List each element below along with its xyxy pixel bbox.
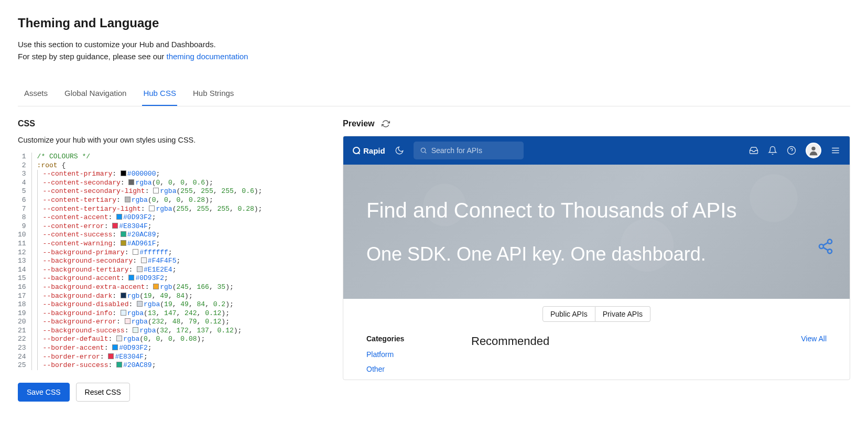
menu-icon[interactable] (831, 146, 840, 155)
theming-doc-link[interactable]: theming documentation (167, 52, 248, 61)
code-line[interactable]: --content-success: #20AC89; (37, 231, 263, 240)
css-section-desc: Customize your hub with your own styles … (18, 136, 322, 144)
preview-logo[interactable]: Rapid (353, 146, 385, 155)
code-line[interactable]: --background-primary: #ffffff; (37, 248, 263, 257)
code-line[interactable]: --content-primary: #000000; (37, 170, 263, 179)
svg-point-7 (819, 244, 823, 248)
code-line[interactable]: --border-error: #E8304F; (37, 353, 263, 362)
preview-title: Preview (343, 119, 374, 128)
svg-point-1 (788, 147, 796, 155)
css-code-editor[interactable]: 1234567891011121314151617181920212223242… (18, 153, 322, 370)
category-link-platform[interactable]: Platform (366, 350, 450, 359)
search-placeholder: Search for APIs (431, 146, 482, 155)
hero-title: Find and Connect to Thousands of APIs (366, 199, 827, 222)
code-line[interactable]: --background-secondary: #F4F4F5; (37, 257, 263, 266)
share-icon[interactable] (817, 238, 834, 255)
code-line[interactable]: --background-dark: rgb(19, 49, 84); (37, 292, 263, 301)
code-line[interactable]: --content-warning: #AD961F; (37, 240, 263, 248)
code-line[interactable]: --background-extra-accent: rgb(245, 166,… (37, 283, 263, 292)
help-icon[interactable] (787, 146, 796, 155)
preview-api-tabs: Public APIsPrivate APIs (343, 299, 850, 329)
preview-search-input[interactable]: Search for APIs (414, 142, 524, 159)
tab-hub-strings[interactable]: Hub Strings (192, 83, 235, 106)
preview-hero: Find and Connect to Thousands of APIs On… (343, 165, 850, 299)
desc-line-1: Use this section to customize your Hub a… (18, 39, 850, 51)
page-title: Theming and Language (18, 16, 850, 30)
category-link-other[interactable]: Other (366, 365, 450, 373)
avatar[interactable] (806, 143, 821, 158)
view-all-link[interactable]: View All (801, 334, 827, 343)
svg-line-10 (823, 243, 828, 245)
reset-css-button[interactable]: Reset CSS (76, 383, 130, 402)
preview-frame: Rapid Search for APIs (343, 136, 850, 380)
code-line[interactable]: :root { (37, 161, 263, 170)
search-glyph-icon (353, 147, 360, 154)
code-line[interactable]: --content-secondary-light: rgba(255, 255… (37, 187, 263, 196)
code-line[interactable]: --content-error: #E8304F; (37, 222, 263, 231)
code-line[interactable]: --background-disabled: rgba(19, 49, 84, … (37, 300, 263, 309)
api-tab-public-apis[interactable]: Public APIs (542, 306, 595, 322)
page-description: Use this section to customize your Hub a… (18, 39, 850, 62)
code-line[interactable]: --border-accent: #0D93F2; (37, 344, 263, 353)
tabs: AssetsGlobal NavigationHub CSSHub String… (18, 83, 850, 106)
code-line[interactable]: /* COLOURS */ (37, 153, 263, 161)
recommended-heading: Recommended (471, 334, 549, 348)
css-section-title: CSS (18, 119, 322, 128)
svg-point-0 (421, 148, 425, 152)
code-line[interactable]: --border-default: rgba(0, 0, 0, 0.08); (37, 335, 263, 344)
categories-heading: Categories (366, 334, 450, 343)
tab-global-navigation[interactable]: Global Navigation (63, 83, 127, 106)
search-icon (420, 147, 427, 154)
code-line[interactable]: --border-success: #20AC89; (37, 361, 263, 370)
api-tab-private-apis[interactable]: Private APIs (595, 306, 650, 322)
code-line[interactable]: --background-info: rgba(13, 147, 242, 0.… (37, 309, 263, 318)
svg-point-8 (828, 249, 832, 253)
code-line[interactable]: --background-tertiary: #E1E2E4; (37, 266, 263, 275)
tab-assets[interactable]: Assets (23, 83, 49, 106)
save-css-button[interactable]: Save CSS (18, 383, 70, 402)
tab-hub-css[interactable]: Hub CSS (142, 83, 177, 106)
preview-logo-text: Rapid (363, 146, 385, 155)
svg-point-6 (828, 240, 832, 244)
code-line[interactable]: --content-secondary: rgba(0, 0, 0, 0.6); (37, 179, 263, 188)
bell-icon[interactable] (768, 146, 777, 155)
refresh-icon[interactable] (382, 120, 390, 128)
code-line[interactable]: --background-error: rgba(232, 48, 79, 0.… (37, 318, 263, 327)
code-line[interactable]: --background-accent: #0D93F2; (37, 274, 263, 283)
desc-line-2-prefix: For step by step guidance, please see ou… (18, 52, 167, 61)
code-line[interactable]: --background-success: rgba(32, 172, 137,… (37, 327, 263, 336)
svg-point-2 (811, 147, 815, 150)
moon-icon[interactable] (395, 146, 404, 155)
code-line[interactable]: --content-accent: #0D93F2; (37, 213, 263, 222)
code-line[interactable]: --content-tertiary-light: rgba(255, 255,… (37, 205, 263, 214)
code-line[interactable]: --content-tertiary: rgba(0, 0, 0, 0.28); (37, 196, 263, 205)
hero-subtitle: One SDK. One API key. One dashboard. (366, 243, 827, 265)
preview-topbar: Rapid Search for APIs (343, 136, 850, 165)
inbox-icon[interactable] (749, 146, 758, 155)
svg-line-9 (823, 247, 828, 250)
